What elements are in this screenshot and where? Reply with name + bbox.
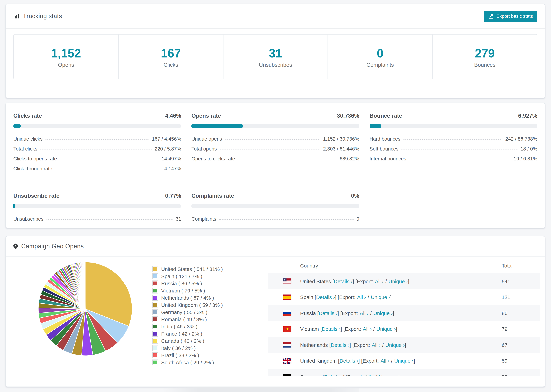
rate-block-1: Opens rate30.736%Unique opens1,152 / 30.… bbox=[191, 112, 359, 173]
punctuation: ] bbox=[349, 342, 351, 348]
page-title: Tracking stats bbox=[23, 13, 62, 20]
rate-row-value: 4.147% bbox=[164, 166, 181, 171]
legend-swatch-color bbox=[153, 267, 157, 271]
legend-swatch bbox=[152, 302, 158, 308]
rate-block-4: Complaints rate0%Complaints0 bbox=[191, 193, 359, 224]
rate-value: 0% bbox=[351, 193, 359, 199]
country-cell: United States [Details›] [Export:All›/Un… bbox=[300, 279, 502, 284]
legend-swatch bbox=[152, 288, 158, 294]
total-cell: 121 bbox=[502, 294, 540, 300]
export-all-link[interactable]: All› bbox=[363, 326, 372, 332]
chevron-right-icon: › bbox=[391, 310, 393, 316]
country-column-header: Country bbox=[268, 263, 318, 268]
stat-label: Clicks bbox=[119, 62, 223, 68]
export-unique-link[interactable]: Unique› bbox=[394, 358, 414, 364]
export-all-link-label: All bbox=[357, 294, 363, 300]
rate-row-value: 31 bbox=[176, 216, 181, 222]
chevron-right-icon: › bbox=[364, 294, 366, 300]
table-row-gb: United Kingdom [Details›] [Export:All›/U… bbox=[268, 353, 540, 369]
tracking-stats-card: Tracking stats Export basic stats 1,152O… bbox=[6, 4, 545, 98]
punctuation: Export: bbox=[345, 326, 361, 332]
punctuation: Export: bbox=[339, 294, 355, 300]
legend-swatch bbox=[152, 316, 158, 322]
total-column-header: Total bbox=[502, 263, 540, 268]
legend-item: France ( 42 / 2% ) bbox=[152, 330, 223, 337]
legend-swatch-color bbox=[153, 332, 157, 336]
chevron-right-icon: › bbox=[341, 374, 343, 376]
export-all-link[interactable]: All› bbox=[360, 310, 368, 316]
export-all-link[interactable]: All› bbox=[357, 294, 366, 300]
rate-progress-fill bbox=[191, 124, 243, 128]
export-unique-link[interactable]: Unique› bbox=[373, 310, 393, 316]
vn-flag-icon bbox=[283, 326, 291, 332]
details-link[interactable]: Details› bbox=[322, 326, 340, 332]
dotted-leader bbox=[225, 139, 320, 139]
bottom-scroll-strip bbox=[162, 387, 359, 392]
total-cell: 541 bbox=[502, 279, 540, 284]
chevron-right-icon: › bbox=[382, 279, 384, 284]
export-unique-link-label: Unique bbox=[373, 310, 390, 316]
details-link[interactable]: Details› bbox=[334, 279, 353, 284]
details-link[interactable]: Details› bbox=[319, 310, 338, 316]
rate-title: Unsubscribe rate bbox=[13, 193, 60, 199]
punctuation: ] bbox=[358, 358, 360, 364]
rates-card: Clicks rate4.46%Unique clicks167 / 4.456… bbox=[6, 103, 545, 228]
export-unique-link-label: Unique bbox=[379, 374, 395, 376]
rate-row-label: Unique opens bbox=[191, 136, 222, 141]
legend-swatch bbox=[152, 273, 158, 279]
export-basic-stats-button[interactable]: Export basic stats bbox=[484, 11, 537, 22]
chevron-right-icon: › bbox=[367, 310, 369, 316]
export-all-link[interactable]: All› bbox=[365, 374, 374, 376]
export-unique-link-label: Unique bbox=[371, 294, 387, 300]
legend-swatch-color bbox=[153, 346, 157, 350]
export-unique-link[interactable]: Unique› bbox=[371, 294, 390, 300]
legend-swatch bbox=[152, 295, 158, 301]
legend-swatch-color bbox=[153, 325, 157, 328]
export-all-link-label: All bbox=[363, 326, 368, 332]
punctuation: ] bbox=[396, 326, 397, 332]
gb-flag-icon bbox=[283, 358, 291, 364]
export-all-link[interactable]: All› bbox=[372, 342, 380, 348]
chevron-right-icon: › bbox=[372, 374, 374, 376]
total-cell: 59 bbox=[502, 358, 540, 364]
export-unique-link[interactable]: Unique› bbox=[385, 342, 405, 348]
export-unique-link[interactable]: Unique› bbox=[376, 326, 396, 332]
legend-item: United Kingdom ( 59 / 3% ) bbox=[152, 301, 223, 308]
export-unique-link[interactable]: Unique› bbox=[379, 374, 398, 376]
details-link-label: Details bbox=[331, 342, 346, 348]
export-unique-link[interactable]: Unique› bbox=[389, 279, 408, 284]
export-all-link[interactable]: All› bbox=[375, 279, 384, 284]
rate-row-label: Opens to clicks rate bbox=[191, 156, 235, 161]
legend-item: Vietnam ( 79 / 5% ) bbox=[152, 287, 223, 294]
export-all-link-label: All bbox=[365, 374, 371, 376]
details-link-label: Details bbox=[319, 310, 334, 316]
details-link[interactable]: Details› bbox=[316, 294, 335, 300]
dotted-leader bbox=[402, 149, 517, 149]
legend-label: Canada ( 40 / 2% ) bbox=[161, 338, 204, 344]
export-button-label: Export basic stats bbox=[496, 14, 533, 19]
country-name: United Kingdom bbox=[300, 358, 337, 364]
details-link[interactable]: Details› bbox=[331, 342, 349, 348]
dotted-leader bbox=[238, 159, 337, 159]
legend-swatch-color bbox=[153, 281, 157, 285]
details-link[interactable]: Details› bbox=[324, 374, 343, 376]
details-link[interactable]: Details› bbox=[339, 358, 358, 364]
page: Tracking stats Export basic stats 1,152O… bbox=[0, 0, 551, 392]
total-cell: 67 bbox=[502, 342, 540, 348]
punctuation: [ bbox=[315, 294, 316, 300]
rate-block-2: Bounce rate6.927%Hard bounces242 / 86.73… bbox=[369, 112, 537, 173]
rate-progress-fill bbox=[369, 124, 381, 128]
rate-detail-row: Total clicks220 / 5.87% bbox=[13, 144, 181, 154]
export-all-link[interactable]: All› bbox=[381, 358, 389, 364]
legend-item: Germany ( 55 / 3% ) bbox=[152, 308, 223, 316]
rate-value: 30.736% bbox=[337, 112, 359, 119]
stat-label: Opens bbox=[14, 62, 118, 68]
stats-grid: 1,152Opens167Clicks31Unsubscribes0Compla… bbox=[13, 34, 537, 79]
rate-row-value: 19 / 6.81% bbox=[514, 156, 537, 161]
rates-grid: Clicks rate4.46%Unique clicks167 / 4.456… bbox=[6, 103, 545, 233]
legend-label: Brazil ( 33 / 2% ) bbox=[161, 352, 199, 358]
legend-swatch-color bbox=[153, 303, 157, 307]
export-all-link-label: All bbox=[381, 358, 386, 364]
legend-swatch bbox=[152, 280, 158, 286]
export-all-link-label: All bbox=[375, 279, 381, 284]
